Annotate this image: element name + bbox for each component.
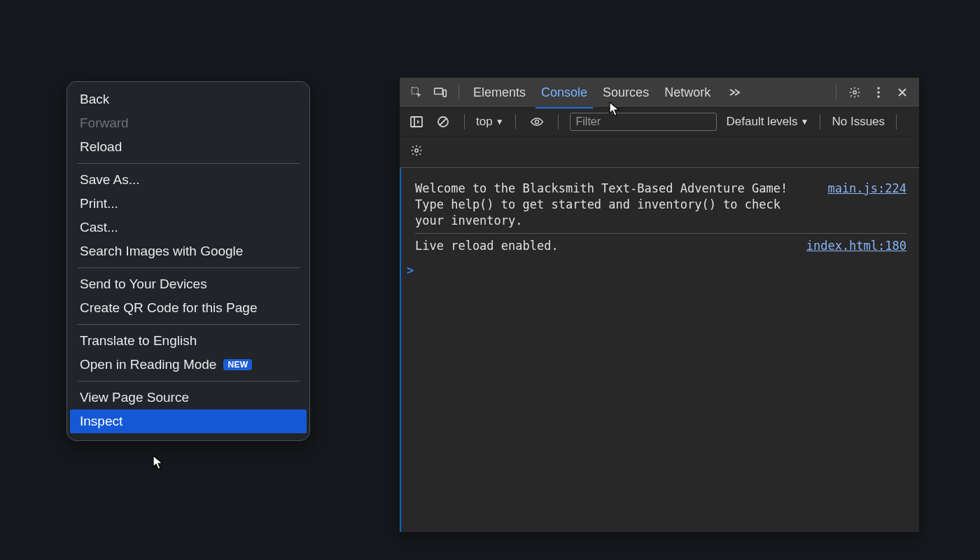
svg-point-10	[415, 149, 419, 153]
svg-point-4	[877, 87, 880, 90]
ctx-item-reading-mode[interactable]: Open in Reading Mode NEW	[67, 353, 309, 377]
svg-rect-7	[411, 117, 422, 127]
clear-console-icon[interactable]	[433, 112, 453, 132]
console-prompt[interactable]: >	[407, 258, 906, 279]
svg-point-3	[853, 91, 857, 94]
ctx-item-back[interactable]: Back	[67, 88, 309, 111]
tab-elements[interactable]: Elements	[468, 83, 531, 103]
device-toolbar-icon[interactable]	[430, 83, 450, 102]
ctx-separator	[77, 324, 300, 325]
ctx-item-translate[interactable]: Translate to English	[67, 329, 309, 353]
tab-console[interactable]: Console	[536, 83, 593, 103]
tab-sources[interactable]: Sources	[597, 83, 654, 103]
cursor-icon	[153, 455, 165, 468]
ctx-item-print[interactable]: Print...	[67, 192, 309, 216]
console-output: Welcome to the Blacksmith Text-Based Adv…	[400, 168, 919, 532]
devtools-panel: Elements Console Sources Network top ▼	[400, 78, 919, 532]
ctx-separator	[77, 381, 300, 382]
console-message-source-link[interactable]: main.js:224	[827, 181, 906, 197]
svg-rect-1	[435, 88, 443, 94]
log-levels-selector[interactable]: Default levels ▼	[727, 115, 809, 129]
sidebar-toggle-icon[interactable]	[407, 112, 426, 132]
context-menu: Back Forward Reload Save As... Print... …	[66, 81, 310, 441]
ctx-item-search-images[interactable]: Search Images with Google	[67, 239, 309, 263]
ctx-item-cast[interactable]: Cast...	[67, 216, 309, 239]
issues-label[interactable]: No Issues	[832, 115, 885, 129]
levels-label: Default levels	[727, 115, 798, 129]
kebab-menu-icon[interactable]	[869, 83, 888, 102]
separator	[464, 114, 465, 130]
console-settings-icon[interactable]	[407, 141, 426, 160]
svg-rect-2	[443, 90, 446, 97]
console-toolbar: top ▼ Default levels ▼ No Issues	[400, 107, 919, 136]
console-message: Welcome to the Blacksmith Text-Based Adv…	[415, 176, 906, 233]
ctx-item-inspect[interactable]: Inspect	[70, 410, 307, 433]
console-message-source-link[interactable]: index.html:180	[806, 238, 906, 254]
svg-point-5	[877, 91, 880, 94]
ctx-item-label: Open in Reading Mode	[80, 357, 216, 372]
chevron-down-icon: ▼	[496, 117, 504, 127]
separator	[836, 85, 836, 100]
console-message-text: Live reload enabled.	[415, 238, 559, 254]
svg-point-6	[877, 95, 880, 98]
ctx-separator	[77, 163, 300, 164]
inspect-element-icon[interactable]	[407, 83, 426, 102]
ctx-item-save-as[interactable]: Save As...	[67, 168, 309, 192]
ctx-item-reload[interactable]: Reload	[67, 135, 309, 159]
ctx-item-view-source[interactable]: View Page Source	[67, 386, 309, 410]
separator	[515, 114, 516, 130]
separator	[896, 114, 897, 130]
console-settings-row	[400, 136, 919, 168]
ctx-item-forward: Forward	[67, 111, 309, 135]
ctx-item-qr-code[interactable]: Create QR Code for this Page	[67, 296, 309, 320]
context-label: top	[476, 115, 493, 129]
ctx-separator	[77, 267, 300, 268]
settings-icon[interactable]	[845, 83, 864, 102]
close-icon[interactable]	[892, 83, 912, 102]
separator	[458, 85, 459, 100]
devtools-tabstrip: Elements Console Sources Network	[400, 78, 919, 107]
separator	[558, 114, 559, 130]
console-message-text: Welcome to the Blacksmith Text-Based Adv…	[415, 181, 793, 229]
console-message: Live reload enabled. index.html:180	[415, 233, 906, 258]
context-selector[interactable]: top ▼	[476, 115, 504, 129]
ctx-item-send-devices[interactable]: Send to Your Devices	[67, 272, 309, 296]
svg-point-9	[535, 120, 538, 124]
tab-network[interactable]: Network	[659, 83, 716, 103]
chevron-down-icon: ▼	[801, 117, 809, 127]
separator	[820, 114, 820, 130]
live-expression-icon[interactable]	[527, 112, 547, 132]
filter-input[interactable]	[570, 113, 717, 131]
new-badge: NEW	[223, 359, 252, 370]
more-tabs-icon[interactable]	[724, 83, 744, 102]
